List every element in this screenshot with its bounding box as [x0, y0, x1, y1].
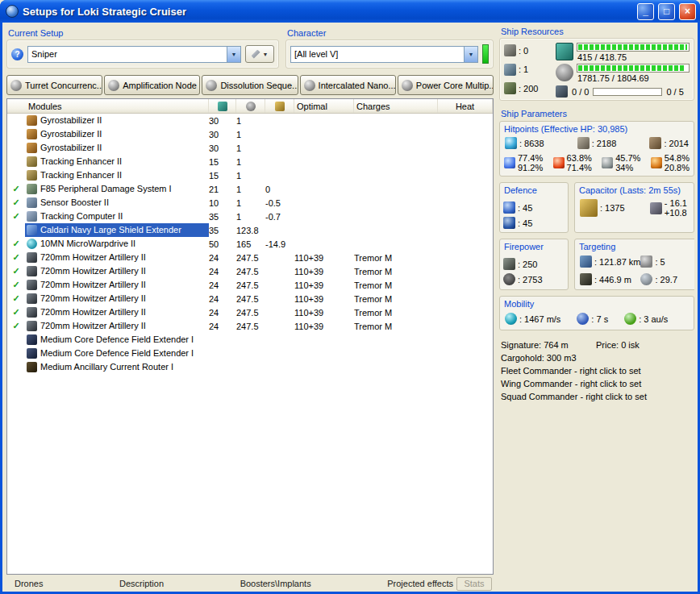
- wrench-icon: [252, 50, 260, 59]
- warp-speed-value: : 3 au/s: [639, 314, 668, 324]
- module-row[interactable]: ✓ 720mm Howitzer Artillery II 24 247.5 1…: [7, 278, 493, 292]
- module-icon: [25, 237, 38, 251]
- module-optimal-value: 110+39: [294, 322, 354, 331]
- minimize-button[interactable]: _: [637, 3, 654, 20]
- subsystem-button[interactable]: Turret Concurrenc...: [6, 75, 102, 95]
- module-capacitor-value: -14.9: [265, 239, 294, 249]
- module-powergrid-value: 1: [236, 212, 265, 222]
- module-name: 720mm Howitzer Artillery II: [38, 319, 209, 333]
- ship-resources-panel: : 0 : 1 : 200 415 / 418.75: [499, 38, 694, 101]
- module-row[interactable]: Medium Core Defence Field Extender I: [7, 347, 493, 360]
- shield-hp-icon: [505, 137, 517, 149]
- wing-commander-text: Wing Commander - right click to set: [501, 377, 694, 390]
- maximize-button[interactable]: □: [658, 3, 675, 20]
- header-capacitor[interactable]: [265, 99, 294, 113]
- bottom-tab[interactable]: Description: [119, 579, 164, 588]
- module-cpu-value: 21: [209, 185, 236, 194]
- character-label: Character: [287, 28, 494, 38]
- module-row[interactable]: ✓ F85 Peripheral Damage System I 21 1 0: [7, 182, 493, 196]
- module-name: Gyrostabilizer II: [38, 141, 209, 155]
- module-cpu-value: 15: [209, 171, 236, 181]
- shield-hp-value: : 8638: [519, 139, 544, 148]
- module-row[interactable]: ✓ 720mm Howitzer Artillery II 24 247.5 1…: [7, 292, 493, 305]
- window-title: Setups for Loki Strategic Cruiser: [23, 6, 633, 18]
- targeting-range-value: : 121.87 km: [594, 257, 640, 267]
- bottom-tab[interactable]: Boosters\Implants: [240, 579, 311, 588]
- module-row[interactable]: Medium Core Defence Field Extender I: [7, 333, 493, 347]
- module-row[interactable]: Tracking Enhancer II 15 1: [7, 155, 493, 168]
- module-name: Tracking Enhancer II: [38, 168, 209, 182]
- app-window: Setups for Loki Strategic Cruiser _ □ × …: [0, 0, 700, 594]
- launcher-hardpoints-icon: [504, 64, 516, 76]
- module-row[interactable]: ✓ Sensor Booster II 10 1 -0.5: [7, 196, 493, 210]
- titlebar[interactable]: Setups for Loki Strategic Cruiser _ □ ×: [0, 0, 700, 23]
- subsystem-button[interactable]: Intercalated Nano...: [300, 75, 396, 95]
- launcher-hardpoints-value: : 1: [519, 64, 528, 74]
- module-charges-value: Tremor M: [354, 267, 438, 276]
- module-cpu-value: 50: [209, 239, 236, 249]
- header-optimal[interactable]: Optimal: [294, 99, 354, 113]
- stats-button[interactable]: Stats: [456, 577, 492, 591]
- module-name: 720mm Howitzer Artillery II: [38, 292, 209, 305]
- module-row[interactable]: ✓ 720mm Howitzer Artillery II 24 247.5 1…: [7, 305, 493, 319]
- turret-hardpoints-icon: [504, 44, 516, 56]
- slots-right-value: 0 / 5: [666, 87, 683, 97]
- module-row[interactable]: ✓ 720mm Howitzer Artillery II 24 247.5 1…: [7, 264, 493, 278]
- module-icon: [25, 278, 38, 292]
- current-setup-label: Current Setup: [8, 28, 279, 38]
- module-powergrid-value: 247.5: [236, 253, 265, 263]
- setup-combobox-value: Sniper: [28, 49, 227, 59]
- module-row[interactable]: ✓ 10MN MicroWarpdrive II 50 165 -14.9: [7, 237, 493, 251]
- module-row[interactable]: ✓ 720mm Howitzer Artillery II 24 247.5 1…: [7, 319, 493, 333]
- chevron-down-icon[interactable]: ▼: [464, 47, 477, 62]
- sensor-strength-value: : 29.7: [655, 275, 677, 285]
- setup-tools-button[interactable]: ▼: [245, 45, 274, 63]
- module-name: Caldari Navy Large Shield Extender: [38, 223, 209, 237]
- module-row[interactable]: Medium Ancillary Current Router I: [7, 360, 493, 374]
- module-active-check-icon: ✓: [7, 211, 25, 222]
- warp-speed-icon: [624, 313, 636, 325]
- bottom-tab[interactable]: Projected effects: [387, 579, 453, 588]
- header-powergrid[interactable]: [236, 99, 265, 113]
- subsystem-button[interactable]: Dissolution Seque...: [202, 75, 298, 95]
- header-cpu[interactable]: [209, 99, 236, 113]
- help-icon[interactable]: ?: [11, 48, 23, 60]
- character-combobox[interactable]: [All level V] ▼: [290, 46, 478, 63]
- module-active-check-icon: ✓: [7, 293, 25, 304]
- module-active-check-icon: ✓: [7, 321, 25, 331]
- subsystem-button[interactable]: Power Core Multip...: [398, 75, 494, 95]
- signature-text: Signature: 764 m: [501, 339, 596, 351]
- module-row[interactable]: Caldari Navy Large Shield Extender 35 12…: [7, 223, 493, 237]
- max-targets-value: : 5: [655, 257, 665, 267]
- subsystem-label: Intercalated Nano...: [319, 81, 396, 90]
- header-heat[interactable]: Heat: [438, 99, 493, 113]
- module-icon: [25, 127, 38, 141]
- close-button[interactable]: ×: [679, 3, 696, 20]
- module-icon: [25, 168, 38, 182]
- module-row[interactable]: Gyrostabilizer II 30 1: [7, 141, 493, 155]
- bottom-tab[interactable]: Drones: [15, 579, 43, 588]
- modules-list: Gyrostabilizer II 30 1 Gyrostab: [7, 114, 493, 574]
- module-active-check-icon: ✓: [7, 184, 25, 194]
- chevron-down-icon[interactable]: ▼: [227, 47, 240, 62]
- module-row[interactable]: Gyrostabilizer II 30 1: [7, 127, 493, 141]
- capacitor-balance-icon: [650, 202, 662, 214]
- subsystem-button[interactable]: Amplification Node: [104, 75, 200, 95]
- module-powergrid-value: 247.5: [236, 280, 265, 290]
- capacitor-panel: Capacitor (Lasts: 2m 55s) : 1375 - 16.1+…: [574, 182, 694, 233]
- setup-combobox[interactable]: Sniper ▼: [27, 46, 241, 63]
- calibration-value: : 200: [519, 84, 538, 93]
- module-row[interactable]: ✓ Tracking Computer II 35 1 -0.7: [7, 210, 493, 223]
- header-charges[interactable]: Charges: [354, 99, 438, 113]
- module-name: Medium Ancillary Current Router I: [38, 360, 209, 374]
- subsystem-label: Amplification Node: [123, 81, 197, 90]
- header-modules[interactable]: Modules: [7, 99, 209, 113]
- cpu-bar: [577, 43, 690, 52]
- module-row[interactable]: Gyrostabilizer II 30 1: [7, 114, 493, 127]
- module-row[interactable]: Tracking Enhancer II 15 1: [7, 168, 493, 182]
- app-icon: [6, 5, 19, 18]
- module-powergrid-value: 1: [236, 130, 265, 139]
- module-cpu-value: 24: [209, 322, 236, 331]
- module-powergrid-value: 1: [236, 171, 265, 181]
- module-row[interactable]: ✓ 720mm Howitzer Artillery II 24 247.5 1…: [7, 251, 493, 264]
